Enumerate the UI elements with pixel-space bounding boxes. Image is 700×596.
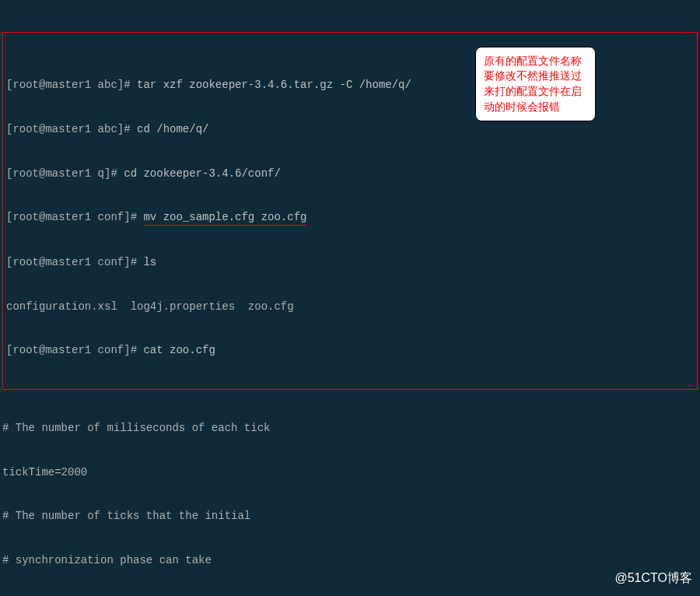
prompt: [root@master1 conf]#	[6, 211, 143, 223]
ls-output: configuration.xsl log4j.properties zoo.c…	[6, 300, 694, 314]
prompt: [root@master1 abc]#	[6, 79, 137, 91]
watermark: @51CTO博客	[614, 570, 692, 587]
annotation-note: 原有的配置文件名称要修改不然推推送过来打的配置文件在启动的时候会报错	[475, 47, 596, 121]
config-line: # synchronization phase can take	[2, 553, 698, 568]
command-ls: ls	[143, 256, 156, 268]
prompt: [root@master1 conf]#	[6, 256, 143, 268]
prompt: [root@master1 conf]#	[6, 344, 143, 356]
command-cd-conf: cd zookeeper-3.4.6/conf/	[124, 167, 281, 180]
config-line: tickTime=2000	[2, 465, 698, 480]
command-mv-underlined: mv zoo_sample.cfg zoo.cfg	[143, 210, 306, 226]
highlighted-commands-box: 原有的配置文件名称要修改不然推推送过来打的配置文件在启动的时候会报错 [root…	[2, 32, 698, 390]
command-cat: cat zoo.cfg	[143, 344, 215, 356]
command-cd-home: cd /home/q/	[137, 123, 208, 135]
prompt: [root@master1 q]#	[6, 167, 124, 180]
terminal-output[interactable]: 原有的配置文件名称要修改不然推推送过来打的配置文件在启动的时候会报错 [root…	[2, 2, 698, 596]
config-line: # The number of milliseconds of each tic…	[2, 421, 698, 436]
prompt: [root@master1 abc]#	[6, 123, 137, 135]
command-tar: tar xzf zookeeper-3.4.6.tar.gz -C /home/…	[137, 79, 411, 91]
config-line: # The number of ticks that the initial	[2, 509, 698, 524]
